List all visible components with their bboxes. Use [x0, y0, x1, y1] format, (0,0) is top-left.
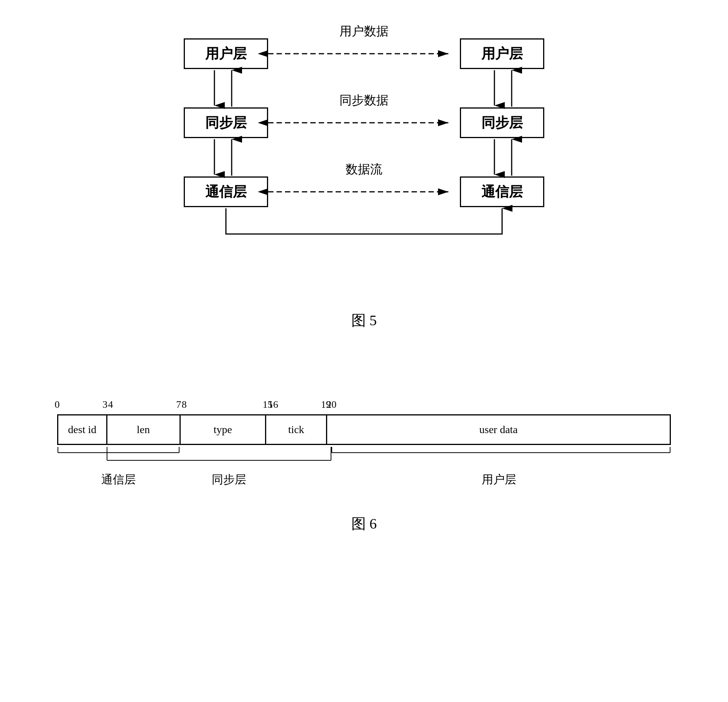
box-left-comm: 通信层 [184, 176, 268, 207]
packet-row: dest id len type tick user data [57, 414, 671, 445]
label-syncdata: 同步数据 [339, 92, 389, 109]
box-right-comm: 通信层 [460, 176, 544, 207]
bit-pos-4: 4 [108, 399, 113, 410]
figure5-caption: 图 5 [0, 311, 728, 330]
bit-pos-0: 0 [55, 399, 60, 410]
bit-pos-7: 7 [176, 399, 181, 410]
bit-markers: 0 3 4 7 8 15 16 19 20 [57, 399, 671, 414]
box-right-sync: 同步层 [460, 107, 544, 138]
layer-comm-label: 通信层 [101, 472, 136, 488]
bit-pos-20: 20 [326, 399, 336, 410]
layer-user-label: 用户层 [482, 472, 516, 488]
field-dest-id: dest id [58, 415, 107, 444]
box-right-user: 用户层 [460, 38, 544, 69]
packet-diagram: 0 3 4 7 8 15 16 19 20 dest id len type [57, 376, 671, 503]
figure6-caption: 图 6 [0, 514, 728, 534]
figure6-container: 0 3 4 7 8 15 16 19 20 dest id len type [0, 376, 728, 534]
brace-lines-svg [57, 445, 671, 468]
bit-pos-3: 3 [102, 399, 107, 410]
bit-pos-8: 8 [182, 399, 187, 410]
figure5-container: 用户数据 同步数据 数据流 用户层 同步层 通信层 用户层 同步层 通信层 [0, 15, 728, 361]
bit-pos-16: 16 [268, 399, 278, 410]
box-left-user: 用户层 [184, 38, 268, 69]
layer-labels: 通信层 同步层 用户层 [57, 472, 671, 503]
label-dataflow: 数据流 [346, 161, 382, 178]
box-left-sync: 同步层 [184, 107, 268, 138]
field-tick: tick [266, 415, 327, 444]
field-user-data: user data [327, 415, 670, 444]
field-type: type [181, 415, 266, 444]
page-container: 用户数据 同步数据 数据流 用户层 同步层 通信层 用户层 同步层 通信层 [0, 0, 728, 702]
diagram-area: 用户数据 同步数据 数据流 用户层 同步层 通信层 用户层 同步层 通信层 [172, 15, 556, 307]
field-len: len [107, 415, 181, 444]
layer-sync-label: 同步层 [212, 472, 246, 488]
label-userdata: 用户数据 [339, 23, 389, 40]
